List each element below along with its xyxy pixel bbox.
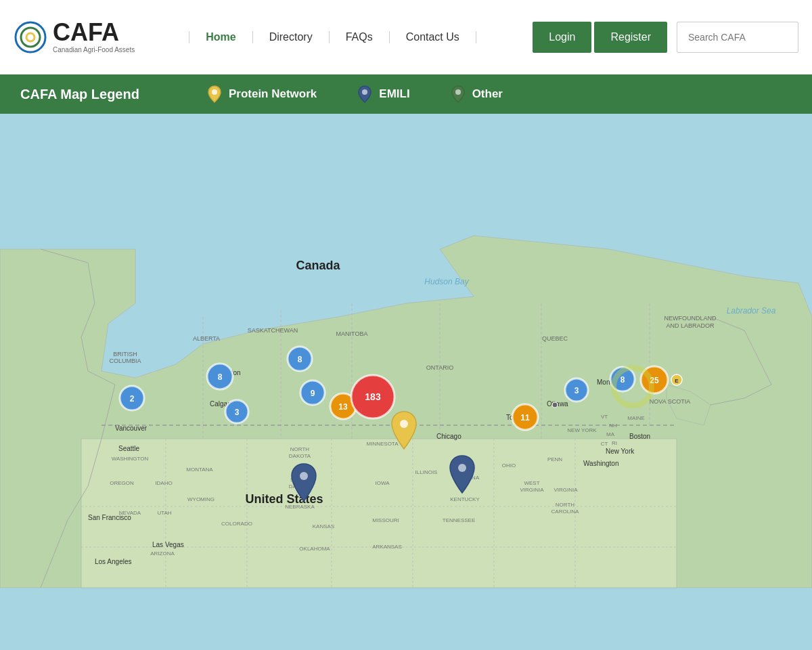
hudson-bay-label: Hudson Bay [424, 277, 469, 286]
svg-text:RI: RI [612, 440, 617, 446]
svg-text:OHIO: OHIO [502, 462, 516, 469]
svg-point-76 [300, 472, 308, 480]
svg-text:MA: MA [606, 431, 615, 437]
svg-text:NEBRASKA: NEBRASKA [285, 504, 315, 510]
logo-title: CAFA [53, 20, 135, 45]
nfld-label: NEWFOUNDLAND [664, 315, 717, 322]
svg-text:ARIZONA: ARIZONA [150, 550, 175, 557]
svg-text:MINNESOTA: MINNESOTA [367, 441, 399, 447]
svg-text:NEVADA: NEVADA [119, 510, 141, 516]
svg-text:IOWA: IOWA [375, 480, 390, 486]
alberta-label: ALBERTA [193, 335, 220, 342]
nav-directory[interactable]: Directory [253, 31, 330, 43]
cafa-logo-icon [14, 20, 47, 54]
svg-text:TENNESSEE: TENNESSEE [443, 517, 475, 523]
svg-point-3 [212, 89, 217, 95]
svg-text:VIRGINIA: VIRGINIA [554, 487, 578, 493]
other-pin-icon [451, 85, 466, 104]
svg-text:8: 8 [621, 375, 625, 385]
labrador-sea-label: Labrador Sea [727, 306, 776, 316]
svg-point-77 [458, 464, 466, 472]
svg-text:OREGON: OREGON [110, 480, 134, 486]
svg-text:NH: NH [609, 422, 617, 429]
nav-faqs[interactable]: FAQs [330, 31, 390, 43]
svg-text:WASHINGTON: WASHINGTON [112, 456, 149, 462]
map-background: Canada United States Hudson Bay Labrador… [0, 114, 812, 650]
svg-text:IDAHO: IDAHO [155, 480, 172, 486]
emili-label: EMILI [379, 87, 409, 101]
marker-ottawa[interactable] [552, 402, 558, 408]
svg-text:MISSOURI: MISSOURI [372, 517, 399, 523]
svg-text:OKLAHOMA: OKLAHOMA [299, 546, 330, 552]
svg-text:VT: VT [601, 414, 608, 420]
search-input[interactable] [677, 22, 798, 53]
svg-text:KANSAS: KANSAS [313, 523, 334, 529]
login-button[interactable]: Login [533, 22, 591, 53]
svg-text:CT: CT [601, 441, 608, 447]
svg-point-75 [400, 420, 408, 428]
map-container: Canada United States Hudson Bay Labrador… [0, 114, 812, 650]
protein-label: Protein Network [229, 87, 317, 101]
svg-text:3: 3 [235, 408, 240, 417]
legend-title: CAFA Map Legend [20, 87, 139, 102]
nova-scotia-label: NOVA SCOTIA [650, 398, 690, 405]
nav-contact[interactable]: Contact Us [390, 31, 476, 43]
sask-label: SASKATCHEWAN [248, 327, 298, 334]
svg-point-4 [362, 89, 367, 95]
svg-text:CAROLINA: CAROLINA [551, 508, 580, 515]
svg-text:DAKOTA: DAKOTA [289, 453, 311, 459]
svg-point-5 [455, 89, 461, 95]
logo-subtitle: Canadian Agri-Food Assets [53, 46, 135, 53]
svg-text:183: 183 [365, 391, 381, 402]
svg-text:COLORADO: COLORADO [221, 521, 252, 527]
svg-text:ARKANSAS: ARKANSAS [372, 544, 402, 550]
svg-text:NEW YORK: NEW YORK [567, 427, 597, 433]
svg-text:MONTANA: MONTANA [186, 467, 213, 473]
bc-label: BRITISH [113, 351, 137, 358]
legend-emili: EMILI [357, 85, 409, 104]
main-nav: Home Directory FAQs Contact Us [189, 31, 526, 43]
svg-text:2: 2 [130, 394, 135, 404]
svg-point-1 [21, 28, 40, 47]
legend-other: Other [451, 85, 503, 104]
svg-text:11: 11 [520, 413, 530, 422]
logo-text: CAFA Canadian Agri-Food Assets [53, 20, 135, 53]
manitoba-label: MANITOBA [336, 330, 368, 337]
svg-text:ILLINOIS: ILLINOIS [415, 469, 438, 475]
nav-home[interactable]: Home [189, 31, 252, 43]
boston-label: Boston [629, 433, 650, 440]
svg-text:WEST: WEST [524, 480, 539, 486]
vancouver-label: Vancouver [115, 425, 148, 432]
svg-text:COLUMBIA: COLUMBIA [109, 358, 141, 364]
newyork-label: New York [606, 448, 635, 455]
header: CAFA Canadian Agri-Food Assets Home Dire… [0, 0, 812, 74]
svg-text:KENTUCKY: KENTUCKY [450, 496, 480, 502]
svg-text:3: 3 [574, 386, 579, 395]
svg-text:8: 8 [298, 355, 302, 364]
auth-buttons: Login Register [533, 22, 798, 53]
legend-protein: Protein Network [207, 85, 317, 104]
other-label: Other [472, 87, 503, 101]
logo: CAFA Canadian Agri-Food Assets [14, 20, 135, 54]
lasvegas-label: Las Vegas [152, 541, 184, 548]
la-label: Los Angeles [95, 558, 132, 565]
register-button[interactable]: Register [594, 22, 667, 53]
protein-pin-icon [207, 85, 222, 104]
svg-text:PENN: PENN [547, 456, 562, 462]
chicago-label: Chicago [436, 433, 461, 440]
svg-text:UTAH: UTAH [157, 510, 171, 516]
svg-text:8: 8 [218, 372, 223, 382]
svg-text:NORTH: NORTH [556, 502, 575, 508]
seattle-label: Seattle [118, 445, 140, 452]
ontario-label: ONTARIO [426, 364, 453, 371]
svg-text:WYOMING: WYOMING [187, 496, 215, 502]
legend-bar: CAFA Map Legend Protein Network EMILI Ot… [0, 74, 812, 114]
svg-text:E: E [675, 378, 679, 384]
svg-text:9: 9 [311, 389, 315, 398]
svg-text:NORTH: NORTH [290, 446, 310, 452]
svg-text:MAINE: MAINE [627, 415, 644, 421]
svg-text:13: 13 [338, 402, 348, 412]
svg-point-2 [26, 33, 35, 41]
quebec-label: QUEBEC [542, 335, 568, 342]
svg-text:AND LABRADOR: AND LABRADOR [666, 322, 715, 329]
